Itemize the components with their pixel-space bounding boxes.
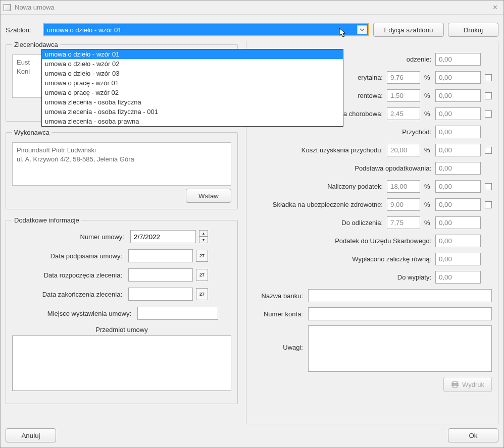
uwagi-row: Uwagi: (253, 325, 492, 372)
dodatkowe-legend: Dodatkowe informacje (12, 216, 81, 224)
bank-row: Nazwa banku: (253, 289, 492, 302)
calc-row-label: Koszt uzyskania przychodu: (253, 146, 383, 154)
calc-checkbox[interactable] (485, 74, 492, 81)
footer-buttons: Anuluj Ok (6, 428, 498, 442)
calc-checkbox[interactable] (485, 147, 492, 154)
podpis-row: Data podpisania umowy: 27 (12, 249, 231, 262)
content-area: Szablon: umowa o dzieło - wzór 01 Edycja… (1, 15, 503, 447)
calc-value-input[interactable] (435, 271, 481, 284)
zak-input[interactable] (128, 288, 193, 301)
template-option[interactable]: umowa zlecenia - osoba fizyczna - 001 (42, 107, 343, 117)
calc-row: Wypłacono zaliczkę równą: (253, 253, 492, 265)
calc-row-label: Naliczony podatek: (253, 183, 383, 190)
zleceniodawca-legend: Zleceniodawca (12, 41, 60, 48)
calc-rate-input[interactable] (387, 107, 420, 120)
svg-rect-2 (453, 385, 457, 387)
print-button[interactable]: Drukuj (448, 23, 498, 37)
calc-value-input[interactable] (435, 162, 481, 175)
calc-value-input[interactable] (435, 216, 481, 229)
template-option[interactable]: umowa o dzieło - wzór 01 (42, 49, 343, 59)
miejsce-row: Miejsce wystawienia umowy: (12, 307, 231, 320)
calc-value-input[interactable] (435, 253, 481, 265)
cancel-button[interactable]: Anuluj (6, 428, 56, 442)
calc-value-input[interactable] (435, 126, 481, 138)
numer-spinner[interactable]: ▲▼ (199, 230, 208, 243)
calc-row-label: Składka na ubezpieczenie zdrowotne: (253, 201, 383, 208)
calc-rate-input[interactable] (387, 216, 420, 229)
calendar-icon[interactable]: 27 (196, 269, 208, 281)
calc-row: Podstawa opodatkowania: (253, 162, 492, 175)
calc-row: Do wypłaty: (253, 271, 492, 284)
rozp-input[interactable] (128, 268, 193, 282)
calc-rate-input[interactable] (387, 180, 420, 193)
calc-rate-input[interactable] (387, 89, 420, 102)
template-dropdown-list[interactable]: umowa o dzieło - wzór 01umowa o dzieło -… (41, 49, 343, 127)
calc-value-input[interactable] (435, 107, 481, 120)
numer-input[interactable] (130, 230, 196, 243)
numer-label: Numer umowy: (12, 233, 127, 241)
chevron-down-icon[interactable] (357, 25, 367, 34)
calc-rate-input[interactable] (387, 144, 420, 156)
template-combobox[interactable]: umowa o dzieło - wzór 01 (43, 23, 369, 36)
calc-value-input[interactable] (435, 71, 481, 84)
przedmiot-textarea[interactable] (12, 335, 231, 391)
calc-row-label: Wypłacono zaliczkę równą: (253, 255, 431, 263)
calendar-icon[interactable]: 27 (196, 250, 208, 262)
titlebar: Nowa umowa × (1, 1, 503, 15)
uwagi-textarea[interactable] (308, 325, 492, 372)
miejsce-input[interactable] (137, 307, 218, 320)
calc-checkbox[interactable] (485, 110, 492, 118)
wydruk-label: Wydruk (462, 381, 484, 388)
template-selected-text: umowa o dzieło - wzór 01 (47, 26, 121, 34)
bank-input[interactable] (308, 289, 492, 302)
calc-rate-input[interactable] (387, 71, 420, 84)
calc-row: Do odliczenia:% (253, 216, 492, 229)
konto-row: Numer konta: (253, 307, 492, 320)
calc-checkbox[interactable] (485, 92, 492, 99)
app-icon (4, 4, 11, 11)
template-option[interactable]: umowa o pracę - wzór 02 (42, 88, 343, 97)
percent-label: % (424, 110, 431, 118)
calc-row-label: Do odliczenia: (253, 219, 383, 227)
calc-checkbox[interactable] (485, 201, 492, 208)
calc-value-input[interactable] (435, 180, 481, 193)
przedmiot-label: Przedmiot umowy (12, 326, 231, 333)
template-option[interactable]: umowa o dzieło - wzór 03 (42, 69, 343, 78)
percent-label: % (424, 146, 431, 154)
podpis-label: Data podpisania umowy: (12, 252, 125, 260)
wykonawca-line2: ul. A. Krzywoń 4/2, 58-585, Jelenia Góra (17, 155, 227, 164)
calc-value-input[interactable] (435, 198, 481, 211)
calc-value-input[interactable] (435, 89, 481, 102)
template-option[interactable]: umowa zlecenia - osoba fizyczna (42, 97, 343, 107)
miejsce-label: Miejsce wystawienia umowy: (12, 310, 134, 317)
calc-row: Przychód: (253, 126, 492, 138)
template-option[interactable]: umowa o pracę - wzór 01 (42, 78, 343, 88)
podpis-input[interactable] (128, 249, 193, 262)
calc-row: Koszt uzyskania przychodu:% (253, 144, 492, 156)
wykonawca-group: Wykonawca Piroundsoft Piotr Ludwiński ul… (6, 129, 238, 209)
template-label: Szablon: (6, 26, 39, 34)
calc-row: Składka na ubezpieczenie zdrowotne:% (253, 198, 492, 211)
uwagi-label: Uwagi: (253, 325, 303, 372)
template-option[interactable]: umowa zlecenia - osoba prawna (42, 117, 343, 126)
edit-template-button[interactable]: Edycja szablonu (373, 23, 444, 37)
ok-button[interactable]: Ok (448, 428, 498, 442)
konto-input[interactable] (308, 307, 492, 320)
calendar-icon[interactable]: 27 (196, 288, 208, 300)
calc-checkbox[interactable] (485, 183, 492, 190)
rozp-label: Data rozpoczęcia zlecenia: (12, 271, 125, 279)
dialog-window: Nowa umowa × Szablon: umowa o dzieło - w… (0, 0, 504, 448)
calc-value-input[interactable] (435, 235, 481, 247)
close-icon[interactable]: × (490, 3, 500, 12)
wydruk-button: Wydruk (443, 377, 492, 392)
percent-label: % (424, 201, 431, 208)
calc-rate-input[interactable] (387, 198, 420, 211)
calc-value-input[interactable] (435, 53, 481, 66)
calc-row-label: Podstawa opodatkowania: (253, 164, 431, 172)
rozp-row: Data rozpoczęcia zlecenia: 27 (12, 268, 231, 282)
wykonawca-insert-button[interactable]: Wstaw (186, 189, 231, 203)
calc-value-input[interactable] (435, 144, 481, 156)
wykonawca-line1: Piroundsoft Piotr Ludwiński (17, 146, 227, 155)
printer-icon (451, 381, 459, 388)
template-option[interactable]: umowa o dzieło - wzór 02 (42, 59, 343, 69)
